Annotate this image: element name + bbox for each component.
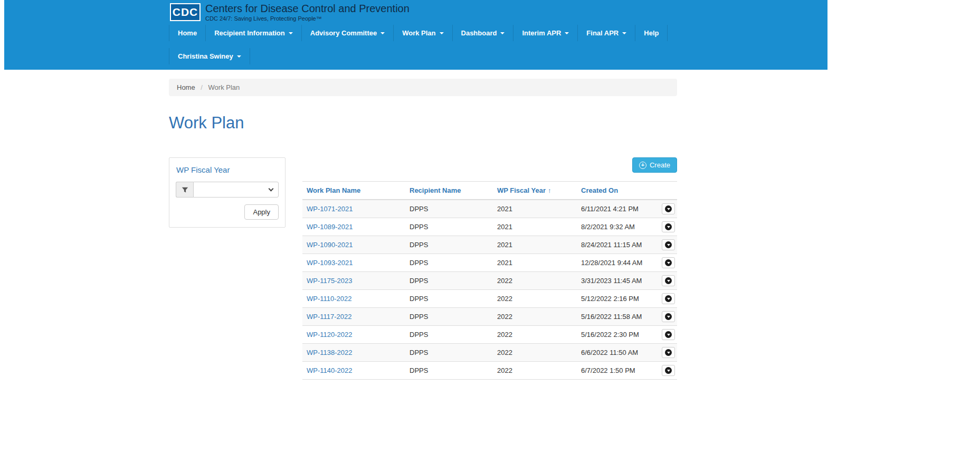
nav-item-home[interactable]: Home bbox=[169, 25, 206, 41]
row-actions-button[interactable] bbox=[662, 221, 675, 232]
table-row: WP-1089-2021DPPS20218/2/2021 9:32 AM bbox=[302, 218, 677, 236]
caret-down-icon bbox=[667, 370, 670, 372]
work-plan-link[interactable]: WP-1110-2022 bbox=[307, 295, 352, 303]
breadcrumb: Home / Work Plan bbox=[169, 79, 677, 96]
work-plan-link[interactable]: WP-1089-2021 bbox=[307, 223, 353, 231]
filter-icon-button[interactable] bbox=[176, 182, 193, 198]
circle-caret-down-icon bbox=[665, 367, 672, 374]
work-plan-link[interactable]: WP-1138-2022 bbox=[307, 349, 352, 356]
cell-recipient-name: DPPS bbox=[405, 254, 493, 272]
cell-recipient-name: DPPS bbox=[405, 308, 493, 326]
work-plan-link[interactable]: WP-1117-2022 bbox=[307, 313, 352, 321]
cell-wp-fiscal-year: 2022 bbox=[493, 362, 577, 380]
row-actions-button[interactable] bbox=[662, 329, 675, 340]
fiscal-year-select[interactable] bbox=[193, 182, 279, 198]
cell-actions bbox=[660, 254, 677, 272]
cdc-logo-icon[interactable]: CDC bbox=[170, 3, 201, 21]
column-header-label: Work Plan Name bbox=[307, 186, 360, 194]
cell-wp-fiscal-year: 2022 bbox=[493, 290, 577, 308]
caret-down-icon bbox=[565, 32, 569, 34]
table-row: WP-1120-2022DPPS20225/16/2022 2:30 PM bbox=[302, 326, 677, 344]
row-actions-button[interactable] bbox=[662, 365, 675, 376]
user-menu-label: Christina Swiney bbox=[178, 52, 233, 60]
work-plan-link[interactable]: WP-1175-2023 bbox=[307, 277, 352, 285]
cell-actions bbox=[660, 290, 677, 308]
cell-wp-fiscal-year: 2022 bbox=[493, 308, 577, 326]
row-actions-button[interactable] bbox=[662, 239, 675, 250]
column-header-created-on[interactable]: Created On bbox=[577, 182, 660, 200]
nav-item-final-apr[interactable]: Final APR bbox=[578, 25, 635, 41]
nav-item-label: Interim APR bbox=[522, 29, 561, 37]
cell-wp-fiscal-year: 2021 bbox=[493, 236, 577, 254]
circle-caret-down-icon bbox=[665, 241, 672, 248]
user-nav: Christina Swiney bbox=[169, 48, 827, 64]
work-plan-link[interactable]: WP-1120-2022 bbox=[307, 331, 352, 339]
cell-created-on: 12/28/2021 9:44 AM bbox=[577, 254, 660, 272]
circle-caret-down-icon bbox=[665, 205, 672, 212]
table-row: WP-1175-2023DPPS20223/31/2023 11:45 AM bbox=[302, 272, 677, 290]
nav-item-label: Home bbox=[178, 29, 197, 37]
caret-down-icon bbox=[622, 32, 626, 34]
cell-work-plan-name: WP-1120-2022 bbox=[302, 326, 405, 344]
nav-item-interim-apr[interactable]: Interim APR bbox=[513, 25, 578, 41]
column-header-label: Created On bbox=[581, 186, 618, 194]
breadcrumb-current: Work Plan bbox=[208, 83, 240, 91]
cell-recipient-name: DPPS bbox=[405, 272, 493, 290]
cell-work-plan-name: WP-1090-2021 bbox=[302, 236, 405, 254]
cell-work-plan-name: WP-1175-2023 bbox=[302, 272, 405, 290]
site-header: CDC Centers for Disease Control and Prev… bbox=[4, 0, 827, 70]
table-row: WP-1071-2021DPPS20216/11/2021 4:21 PM bbox=[302, 200, 677, 218]
row-actions-button[interactable] bbox=[662, 311, 675, 322]
cell-actions bbox=[660, 362, 677, 380]
filter-panel-title: WP Fiscal Year bbox=[176, 165, 279, 174]
cell-wp-fiscal-year: 2021 bbox=[493, 200, 577, 218]
apply-button[interactable]: Apply bbox=[244, 204, 279, 220]
table-row: WP-1090-2021DPPS20218/24/2021 11:15 AM bbox=[302, 236, 677, 254]
cell-work-plan-name: WP-1093-2021 bbox=[302, 254, 405, 272]
circle-caret-down-icon bbox=[665, 223, 672, 230]
caret-down-icon bbox=[667, 262, 670, 264]
actions-column-header bbox=[660, 182, 677, 200]
row-actions-button[interactable] bbox=[662, 275, 675, 286]
content-row: WP Fiscal Year Apply bbox=[169, 157, 677, 411]
caret-down-icon bbox=[667, 208, 670, 210]
nav-item-dashboard[interactable]: Dashboard bbox=[453, 25, 514, 41]
nav-item-label: Help bbox=[644, 29, 659, 37]
cell-actions bbox=[660, 308, 677, 326]
create-button[interactable]: + Create bbox=[632, 157, 677, 173]
cell-actions bbox=[660, 326, 677, 344]
column-header-label: Recipient Name bbox=[410, 186, 461, 194]
caret-down-icon bbox=[500, 32, 505, 34]
user-menu[interactable]: Christina Swiney bbox=[169, 48, 250, 64]
table-row: WP-1093-2021DPPS202112/28/2021 9:44 AM bbox=[302, 254, 677, 272]
cdc-brand: CDC Centers for Disease Control and Prev… bbox=[169, 2, 827, 25]
cell-created-on: 5/12/2022 2:16 PM bbox=[577, 290, 660, 308]
nav-item-work-plan[interactable]: Work Plan bbox=[394, 25, 452, 41]
nav-item-label: Dashboard bbox=[461, 29, 497, 37]
circle-caret-down-icon bbox=[665, 259, 672, 266]
work-plan-link[interactable]: WP-1071-2021 bbox=[307, 205, 353, 213]
work-plan-link[interactable]: WP-1140-2022 bbox=[307, 367, 352, 374]
table-header: Work Plan NameRecipient NameWP Fiscal Ye… bbox=[302, 182, 677, 200]
cell-recipient-name: DPPS bbox=[405, 290, 493, 308]
cell-recipient-name: DPPS bbox=[405, 218, 493, 236]
nav-item-recipient-information[interactable]: Recipient Information bbox=[206, 25, 302, 41]
row-actions-button[interactable] bbox=[662, 293, 675, 304]
column-header-work-plan-name[interactable]: Work Plan Name bbox=[302, 182, 405, 200]
nav-item-advisory-committee[interactable]: Advisory Committee bbox=[302, 25, 394, 41]
table-body: WP-1071-2021DPPS20216/11/2021 4:21 PMWP-… bbox=[302, 200, 677, 380]
cell-work-plan-name: WP-1117-2022 bbox=[302, 308, 405, 326]
breadcrumb-home[interactable]: Home bbox=[177, 83, 195, 91]
fiscal-year-filter-group bbox=[176, 182, 279, 198]
nav-item-label: Final APR bbox=[586, 29, 619, 37]
work-plan-link[interactable]: WP-1093-2021 bbox=[307, 259, 353, 267]
row-actions-button[interactable] bbox=[662, 257, 675, 268]
work-plan-link[interactable]: WP-1090-2021 bbox=[307, 241, 353, 249]
column-header-wp-fiscal-year[interactable]: WP Fiscal Year↑ bbox=[493, 182, 577, 200]
row-actions-button[interactable] bbox=[662, 347, 675, 358]
row-actions-button[interactable] bbox=[662, 203, 675, 214]
cell-created-on: 6/7/2022 1:50 PM bbox=[577, 362, 660, 380]
nav-item-help[interactable]: Help bbox=[635, 25, 668, 41]
circle-caret-down-icon bbox=[665, 295, 672, 302]
column-header-recipient-name[interactable]: Recipient Name bbox=[405, 182, 493, 200]
